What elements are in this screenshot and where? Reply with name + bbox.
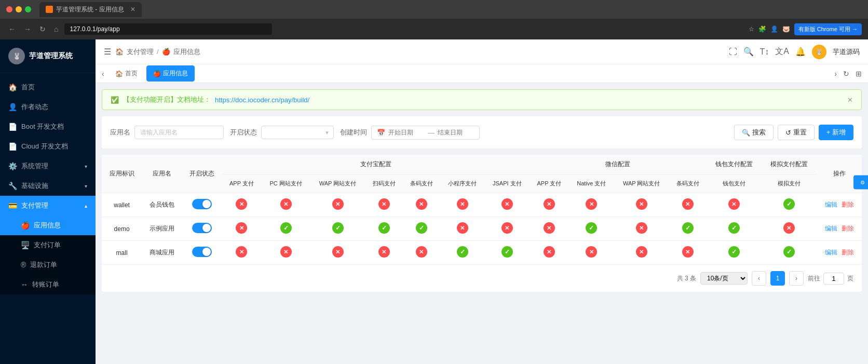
date-range-picker[interactable]: 📅 — bbox=[371, 126, 480, 140]
avatar: 🐰 bbox=[812, 45, 826, 59]
end-date-input[interactable] bbox=[438, 129, 474, 136]
check-icon bbox=[728, 222, 740, 234]
user-avatar-browser[interactable]: 🐷 bbox=[782, 25, 790, 33]
prev-page-button[interactable]: ‹ bbox=[752, 271, 766, 286]
extensions-icon[interactable]: 🧩 bbox=[758, 25, 766, 33]
traffic-lights bbox=[6, 6, 31, 12]
cell-alipay-6 bbox=[485, 217, 530, 241]
search-button[interactable]: 🔍 搜索 bbox=[734, 125, 774, 140]
tab-home[interactable]: 🏠 首页 bbox=[108, 65, 144, 82]
cell-status bbox=[182, 241, 222, 265]
boot-icon: 📄 bbox=[8, 123, 17, 131]
status-toggle[interactable] bbox=[192, 223, 212, 233]
address-input[interactable] bbox=[64, 23, 272, 35]
cell-wechat-0 bbox=[530, 241, 569, 265]
profile-icon[interactable]: 👤 bbox=[770, 25, 778, 33]
cell-alipay-0 bbox=[222, 193, 262, 217]
status-select[interactable] bbox=[261, 126, 334, 139]
search-icon[interactable]: 🔍 bbox=[743, 47, 754, 57]
tab-bar: ‹ 🏠 首页 🍎 应用信息 › ↻ ⊞ bbox=[96, 64, 868, 83]
table-row: mall商城应用编辑删除 bbox=[102, 241, 862, 265]
sidebar-item-author[interactable]: 👤 作者动态 bbox=[0, 97, 96, 117]
cell-alipay-6 bbox=[485, 193, 530, 217]
sidebar-item-cloud[interactable]: 📄 Cloud 开发文档 bbox=[0, 137, 96, 156]
current-page-button[interactable]: 1 bbox=[770, 271, 785, 286]
delete-button[interactable]: 删除 bbox=[842, 249, 854, 256]
status-toggle[interactable] bbox=[192, 247, 212, 257]
pay-order-icon: 🖥️ bbox=[21, 241, 30, 249]
th-wechat-group: 微信配置 bbox=[530, 155, 707, 174]
bookmark-icon[interactable]: ☆ bbox=[749, 25, 754, 33]
logo-avatar: 🐰 bbox=[8, 48, 25, 64]
x-icon bbox=[236, 222, 247, 234]
browser-tab[interactable]: 芋道管理系统 - 应用信息 ✕ bbox=[39, 2, 142, 17]
sidebar-item-app-info[interactable]: 🍎 应用信息 bbox=[0, 215, 96, 235]
translate-icon[interactable]: 文A bbox=[775, 46, 789, 57]
add-button[interactable]: + 新增 bbox=[819, 125, 853, 140]
tab-grid-button[interactable]: ⊞ bbox=[853, 70, 864, 78]
fullscreen-icon[interactable]: ⛶ bbox=[729, 47, 737, 57]
edit-button[interactable]: 编辑 bbox=[825, 249, 837, 256]
cell-wechat-1 bbox=[569, 217, 614, 241]
check-icon bbox=[501, 246, 513, 258]
reload-button[interactable]: ↻ bbox=[37, 24, 48, 34]
alert-link[interactable]: https://doc.iocoder.cn/pay/build/ bbox=[215, 96, 309, 104]
notification-icon[interactable]: 🔔 bbox=[795, 47, 806, 57]
sidebar-item-transfer-order[interactable]: ↔ 转账订单 bbox=[0, 275, 96, 294]
cell-alipay-4 bbox=[403, 193, 440, 217]
forward-button[interactable]: → bbox=[22, 24, 33, 34]
close-traffic-light[interactable] bbox=[6, 6, 12, 12]
tab-prev-button[interactable]: ‹ bbox=[100, 70, 106, 78]
sidebar-item-home[interactable]: 🏠 首页 bbox=[0, 77, 96, 97]
cell-wechat-3 bbox=[669, 241, 706, 265]
edit-button[interactable]: 编辑 bbox=[825, 201, 837, 208]
infra-icon: 🔧 bbox=[8, 182, 17, 190]
th-sub-APP支付: APP 支付 bbox=[530, 174, 569, 193]
reset-button[interactable]: ↺ 重置 bbox=[778, 125, 815, 140]
delete-button[interactable]: 删除 bbox=[842, 201, 854, 208]
x-icon bbox=[682, 246, 694, 258]
sidebar-item-pay-order[interactable]: 🖥️ 支付订单 bbox=[0, 235, 96, 255]
table-card: 应用标识 应用名 开启状态 支付宝配置 微信配置 钱包支付配置 模拟支付配置 操… bbox=[102, 155, 862, 292]
next-page-button[interactable]: › bbox=[789, 271, 804, 286]
chrome-update-button[interactable]: 有新版 Chrome 可用 → bbox=[794, 23, 862, 35]
tab-app-info[interactable]: 🍎 应用信息 bbox=[146, 65, 195, 82]
back-button[interactable]: ← bbox=[6, 24, 18, 34]
app-name-input[interactable] bbox=[134, 126, 224, 139]
edit-button[interactable]: 编辑 bbox=[825, 225, 837, 232]
font-size-icon[interactable]: T↕ bbox=[760, 47, 769, 57]
start-date-input[interactable] bbox=[388, 129, 425, 136]
add-btn-label: + 新增 bbox=[826, 128, 846, 137]
home-button[interactable]: ⌂ bbox=[52, 24, 60, 34]
sidebar-logo: 🐰 芋道管理系统 bbox=[0, 39, 96, 73]
sidebar-item-boot-label: Boot 开发文档 bbox=[21, 122, 64, 131]
alert-close-button[interactable]: ✕ bbox=[847, 96, 853, 104]
x-icon bbox=[544, 198, 555, 210]
sidebar-item-infra[interactable]: 🔧 基础设施 ▾ bbox=[0, 176, 96, 196]
sidebar-item-pay[interactable]: 💳 支付管理 ▴ bbox=[0, 196, 96, 215]
fullscreen-traffic-light[interactable] bbox=[25, 6, 31, 12]
reset-btn-icon: ↺ bbox=[785, 129, 791, 137]
sidebar-item-refund-order[interactable]: ® 退款订单 bbox=[0, 255, 96, 275]
x-icon bbox=[280, 198, 292, 210]
sidebar-item-system[interactable]: ⚙️ 系统管理 ▾ bbox=[0, 156, 96, 176]
sidebar-item-boot[interactable]: 📄 Boot 开发文档 bbox=[0, 117, 96, 137]
goto-input[interactable] bbox=[823, 273, 844, 285]
cell-alipay-5 bbox=[440, 241, 485, 265]
cell-wechat-1 bbox=[569, 193, 614, 217]
tab-refresh-button[interactable]: ↻ bbox=[841, 70, 851, 78]
minimize-traffic-light[interactable] bbox=[16, 6, 22, 12]
check-icon bbox=[586, 222, 597, 234]
floating-settings-button[interactable]: ⚙ bbox=[853, 175, 868, 189]
tab-next-button[interactable]: › bbox=[832, 70, 839, 78]
pagination-bar: 共 3 条 10条/页 ‹ 1 › 前往 页 bbox=[102, 264, 862, 292]
th-sub-WAP网站支付: WAP 网站支付 bbox=[310, 174, 365, 193]
status-toggle[interactable] bbox=[192, 199, 212, 209]
menu-toggle-button[interactable]: ☰ bbox=[104, 47, 111, 57]
cell-wallet-0 bbox=[707, 217, 762, 241]
cloud-icon: 📄 bbox=[8, 142, 17, 151]
delete-button[interactable]: 删除 bbox=[842, 225, 854, 232]
page-size-select[interactable]: 10条/页 bbox=[700, 272, 748, 285]
cell-wechat-1 bbox=[569, 241, 614, 265]
tab-close-button[interactable]: ✕ bbox=[130, 6, 135, 13]
